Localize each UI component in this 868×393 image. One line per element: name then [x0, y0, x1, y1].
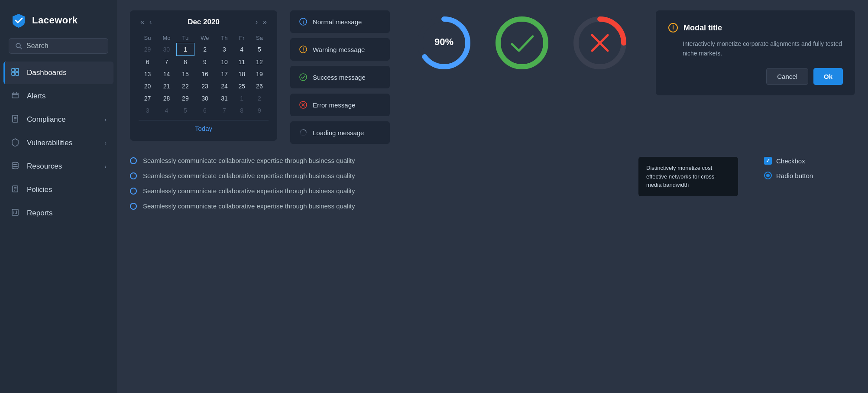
svg-point-29 [300, 74, 307, 81]
vulnerabilities-icon [10, 138, 20, 148]
sidebar-item-reports[interactable]: Reports [3, 202, 113, 224]
svg-rect-5 [16, 72, 19, 75]
calendar-day[interactable]: 3 [139, 104, 156, 117]
normal-message-button[interactable]: Normal message [290, 10, 390, 33]
calendar-day[interactable]: 8 [233, 104, 250, 117]
calendar-day[interactable]: 6 [139, 56, 156, 68]
vulnerabilities-chevron: › [104, 140, 107, 146]
svg-line-1 [20, 47, 22, 49]
calendar-day[interactable]: 24 [216, 80, 233, 92]
cal-next-month-button[interactable]: › [254, 17, 259, 27]
calendar-day[interactable]: 12 [250, 56, 268, 68]
calendar-day[interactable]: 20 [139, 80, 156, 92]
calendar-day[interactable]: 19 [250, 68, 268, 80]
sidebar-item-resources[interactable]: Resources › [3, 155, 113, 178]
modal-cancel-button[interactable]: Cancel [766, 68, 808, 85]
calendar-day[interactable]: 6 [194, 104, 216, 117]
calendar-day[interactable]: 18 [233, 68, 250, 80]
resources-icon [10, 161, 20, 172]
modal-ok-button[interactable]: Ok [813, 68, 843, 85]
calendar-day[interactable]: 10 [216, 56, 233, 68]
resources-label: Resources [27, 162, 62, 171]
calendar-day[interactable]: 1 [177, 43, 194, 56]
calendar-day[interactable]: 8 [177, 56, 194, 68]
sidebar-item-vulnerabilities[interactable]: Vulnerabilities › [3, 132, 113, 154]
cal-prev-month-button[interactable]: ‹ [148, 17, 153, 27]
main-content: « ‹ Dec 2020 › » Su Mo Tu We Th [117, 0, 868, 393]
sidebar-item-policies[interactable]: Policies [3, 179, 113, 201]
list-item: Seamlessly communicate collaborative exp… [130, 187, 625, 195]
calendar-day[interactable]: 26 [250, 80, 268, 92]
search-label: Search [26, 42, 49, 50]
list-text-4: Seamlessly communicate collaborative exp… [143, 202, 355, 210]
calendar-day[interactable]: 16 [194, 68, 216, 80]
calendar-day[interactable]: 4 [233, 43, 250, 56]
dow-fr: Fr [233, 33, 250, 43]
sidebar-item-compliance[interactable]: Compliance › [3, 108, 113, 131]
dow-tu: Tu [177, 33, 194, 43]
checkbox-input[interactable]: ✓ [764, 157, 772, 165]
svg-text:90%: 90% [434, 36, 453, 47]
calendar-day[interactable]: 5 [250, 43, 268, 56]
normal-message-label: Normal message [313, 18, 362, 26]
warning-message-button[interactable]: Warning message [290, 38, 390, 61]
warning-icon [299, 45, 308, 54]
tooltip-text: Distinctively monetize cost effective ne… [646, 165, 716, 188]
list-item: Seamlessly communicate collaborative exp… [130, 202, 625, 210]
cal-nav-left: « ‹ [139, 17, 153, 27]
calendar-day[interactable]: 9 [250, 104, 268, 117]
calendar-day[interactable]: 11 [233, 56, 250, 68]
dow-mo: Mo [156, 33, 177, 43]
calendar-day[interactable]: 1 [233, 92, 250, 104]
bottom-right-row: Distinctively monetize cost effective ne… [638, 157, 855, 196]
svg-point-28 [303, 51, 304, 52]
calendar: « ‹ Dec 2020 › » Su Mo Tu We Th [130, 10, 277, 141]
loading-message-button[interactable]: Loading message [290, 121, 390, 144]
gauge-error [567, 10, 632, 75]
sidebar-item-alerts[interactable]: Alerts [3, 85, 113, 107]
radio-input[interactable] [764, 172, 772, 179]
loading-icon [299, 128, 308, 137]
calendar-day[interactable]: 30 [156, 43, 177, 56]
policies-icon [10, 185, 20, 195]
calendar-day[interactable]: 7 [156, 56, 177, 68]
cal-next-year-button[interactable]: » [261, 17, 269, 27]
list-text-3: Seamlessly communicate collaborative exp… [143, 187, 355, 195]
calendar-day[interactable]: 27 [139, 92, 156, 104]
reports-label: Reports [27, 209, 53, 218]
modal-header: Modal title [668, 23, 843, 33]
calendar-day[interactable]: 28 [156, 92, 177, 104]
calendar-day[interactable]: 5 [177, 104, 194, 117]
success-message-button[interactable]: Success message [290, 66, 390, 88]
calendar-day[interactable]: 14 [156, 68, 177, 80]
calendar-day[interactable]: 31 [216, 92, 233, 104]
calendar-day[interactable]: 25 [233, 80, 250, 92]
calendar-day[interactable]: 23 [194, 80, 216, 92]
calendar-day[interactable]: 29 [139, 43, 156, 56]
calendar-day[interactable]: 22 [177, 80, 194, 92]
calendar-day[interactable]: 21 [156, 80, 177, 92]
calendar-day[interactable]: 13 [139, 68, 156, 80]
calendar-day[interactable]: 3 [216, 43, 233, 56]
calendar-day[interactable]: 9 [194, 56, 216, 68]
cal-prev-year-button[interactable]: « [139, 17, 146, 27]
today-button[interactable]: Today [139, 120, 269, 134]
sidebar-item-dashboards[interactable]: Dashboards [3, 62, 113, 84]
calendar-day[interactable]: 15 [177, 68, 194, 80]
calendar-title: Dec 2020 [188, 18, 220, 26]
calendar-day[interactable]: 2 [194, 43, 216, 56]
calendar-day[interactable]: 7 [216, 104, 233, 117]
checkbox-row: ✓ Checkbox [764, 157, 813, 165]
search-input[interactable]: Search [9, 38, 108, 54]
calendar-day[interactable]: 30 [194, 92, 216, 104]
top-row: « ‹ Dec 2020 › » Su Mo Tu We Th [130, 10, 855, 144]
calendar-day[interactable]: 17 [216, 68, 233, 80]
list-bullet-2 [130, 172, 137, 179]
error-message-button[interactable]: Error message [290, 94, 390, 116]
calendar-day[interactable]: 2 [250, 92, 268, 104]
dashboards-label: Dashboards [27, 68, 67, 77]
error-icon [299, 101, 308, 109]
calendar-day[interactable]: 4 [156, 104, 177, 117]
resources-chevron: › [104, 163, 107, 170]
calendar-day[interactable]: 29 [177, 92, 194, 104]
